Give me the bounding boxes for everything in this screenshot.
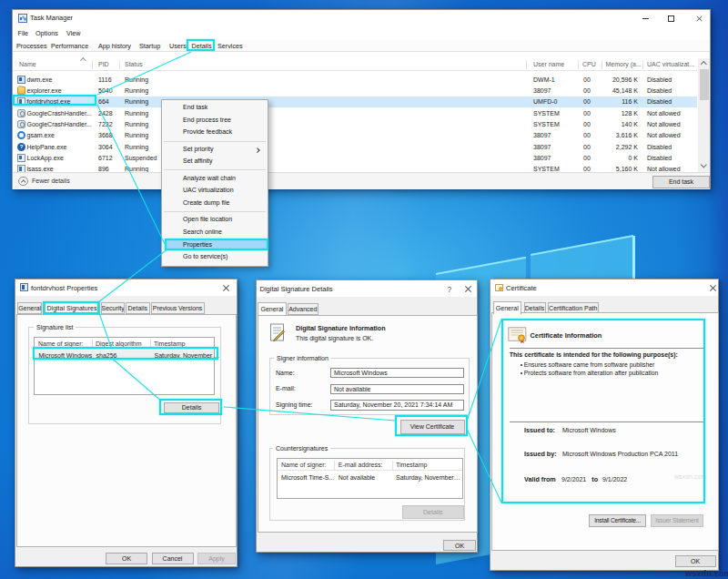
cell-status: Running	[125, 97, 148, 107]
issued-to-value: Microsoft Windows	[562, 426, 616, 435]
cell-name: lsass.exe	[27, 165, 54, 171]
install-certificate-button[interactable]: Install Certificate...	[589, 514, 646, 527]
menu-item-set-affinity[interactable]: Set affinity	[163, 155, 267, 168]
process-row[interactable]: GoogleCrashHandler... 7232 Running SYSTE…	[13, 118, 697, 129]
properties-titlebar[interactable]: fontdrvhost Properties	[15, 279, 237, 296]
column-pid[interactable]: PID	[98, 60, 109, 69]
menu-options[interactable]: Options	[35, 29, 58, 38]
fewer-details-button[interactable]: Fewer details	[32, 177, 70, 186]
ok-button[interactable]: OK	[106, 553, 147, 564]
process-row[interactable]: explorer.exe 5040 Running 38097 00 45,14…	[13, 85, 697, 96]
desktop: Task Manager File Options View Processes…	[0, 0, 728, 579]
menu-item-provide-feedback[interactable]: Provide feedback	[163, 126, 267, 138]
vertical-scrollbar[interactable]	[698, 58, 710, 172]
tab-general[interactable]: General	[17, 302, 42, 314]
column-timestamp[interactable]: Timestamp	[396, 461, 427, 470]
tab-advanced[interactable]: Advanced	[288, 303, 318, 315]
menu-separator	[164, 141, 266, 142]
process-icon	[17, 86, 25, 95]
maximize-button[interactable]	[661, 10, 684, 26]
column-email-address[interactable]: E-mail address:	[339, 461, 383, 470]
close-button[interactable]	[217, 279, 235, 296]
column-digest-algorithm[interactable]: Digest algorithm	[96, 340, 142, 349]
tab-app-history[interactable]: App history	[98, 41, 131, 51]
countersig-details-button[interactable]: Details	[402, 505, 465, 519]
column-user-name[interactable]: User name	[533, 60, 564, 69]
column-status[interactable]: Status	[125, 60, 143, 69]
view-certificate-button[interactable]: View Certificate	[400, 420, 465, 434]
process-row[interactable]: dwm.exe 1116 Running DWM-1 00 20,596 K D…	[13, 74, 697, 85]
menu-item-end-task[interactable]: End task	[163, 101, 267, 114]
signature-details-button[interactable]: Details	[164, 402, 219, 413]
tab-users[interactable]: Users	[169, 41, 187, 51]
tab-security[interactable]: Security	[101, 302, 126, 314]
signing-time-field[interactable]: Saturday, November 20, 2021 7:34:14 AM	[330, 400, 464, 411]
countersig-row[interactable]: Microsoft Time-S... Not available Saturd…	[278, 472, 462, 482]
task-manager-titlebar[interactable]: Task Manager	[13, 10, 710, 26]
tab-digital-signatures[interactable]: Digital Signatures	[45, 301, 100, 315]
tab-performance[interactable]: Performance	[51, 41, 88, 51]
menu-item-set-priority[interactable]: Set priority	[163, 143, 267, 156]
certificate-titlebar[interactable]: Certificate	[490, 279, 718, 296]
signature-row[interactable]: Microsoft Windows sha256 Saturday, Novem…	[35, 350, 214, 362]
scroll-down-button[interactable]	[698, 162, 710, 172]
close-button[interactable]	[459, 280, 477, 297]
menu-file[interactable]: File	[18, 29, 29, 38]
cell-pid: 896	[98, 165, 109, 171]
tab-processes[interactable]: Processes	[16, 41, 47, 51]
cancel-button[interactable]: Cancel	[152, 553, 194, 564]
tab-previous-versions[interactable]: Previous Versions	[151, 302, 205, 314]
scroll-up-button[interactable]	[698, 58, 710, 68]
column-uac[interactable]: UAC virtualizat...	[647, 60, 694, 69]
close-button[interactable]	[686, 10, 711, 26]
menu-item-properties[interactable]: Properties	[163, 239, 267, 251]
column-name-of-signer[interactable]: Name of signer:	[38, 340, 83, 349]
digsig-titlebar[interactable]: Digital Signature Details ?	[257, 280, 478, 297]
column-name-of-signer[interactable]: Name of signer:	[281, 461, 326, 470]
tab-general[interactable]: General	[258, 302, 287, 316]
process-row[interactable]: GoogleCrashHandler... 2428 Running SYSTE…	[13, 107, 697, 118]
tab-general[interactable]: General	[493, 301, 522, 315]
menu-item-end-process-tree[interactable]: End process tree	[163, 114, 267, 127]
purpose-heading: This certificate is intended for the fol…	[510, 350, 678, 360]
menu-view[interactable]: View	[66, 29, 80, 38]
cell-status: Running	[125, 143, 148, 152]
tab-details[interactable]: Details	[192, 41, 212, 51]
cell-uac: Disabled	[647, 86, 672, 96]
minimize-button[interactable]	[635, 10, 659, 26]
process-row[interactable]: lsass.exe 896 Running SYSTEM 00 5,160 K …	[13, 164, 697, 172]
scroll-up-icon	[701, 61, 706, 66]
tab-services[interactable]: Services	[217, 41, 243, 51]
tab-startup[interactable]: Startup	[139, 41, 160, 51]
apply-button[interactable]: Apply	[197, 553, 236, 564]
column-memory[interactable]: Memory (a...	[606, 60, 642, 69]
close-button[interactable]	[703, 279, 719, 296]
menu-item-open-file-location[interactable]: Open file location	[163, 213, 267, 226]
end-task-button[interactable]: End task	[652, 176, 710, 188]
certificate-tab-page: Certificate Information This certificate…	[491, 312, 719, 552]
menu-item-create-dump-file[interactable]: Create dump file	[163, 197, 267, 209]
process-row[interactable]: gsam.exe 3668 Running 38097 00 3,616 K N…	[13, 130, 697, 141]
process-row[interactable]: HelpPane.exe 3064 Running 38097 00 2,292…	[13, 141, 697, 152]
column-name[interactable]: Name	[19, 60, 36, 69]
process-row[interactable]: LockApp.exe 6712 Suspended 38097 00 0 K …	[13, 152, 697, 163]
cell-user: DWM-1	[533, 76, 555, 85]
issuer-statement-button[interactable]: Issuer Statement	[651, 514, 703, 527]
tab-details[interactable]: Details	[126, 302, 150, 314]
menu-item-search-online[interactable]: Search online	[163, 226, 267, 239]
properties-tab-page: Signature list Name of signer: Digest al…	[16, 314, 237, 547]
column-cpu[interactable]: CPU	[582, 60, 596, 69]
process-row-selected[interactable]: fontdrvhost.exe 664 Running UMFD-0 00 11…	[13, 96, 697, 107]
menu-item-go-to-services[interactable]: Go to service(s)	[163, 250, 267, 263]
ok-button[interactable]: OK	[675, 555, 716, 567]
column-timestamp[interactable]: Timestamp	[154, 340, 185, 349]
scrollbar-thumb[interactable]	[700, 69, 709, 100]
ok-button[interactable]: OK	[443, 540, 476, 552]
process-icon	[17, 154, 25, 162]
menu-item-analyze-wait-chain[interactable]: Analyze wait chain	[163, 172, 267, 185]
help-button[interactable]: ?	[448, 285, 452, 294]
separator-line	[510, 422, 703, 422]
email-field[interactable]: Not available	[330, 384, 464, 395]
menu-item-uac-virtualization[interactable]: UAC virtualization	[163, 184, 267, 197]
name-field[interactable]: Microsoft Windows	[330, 368, 464, 379]
